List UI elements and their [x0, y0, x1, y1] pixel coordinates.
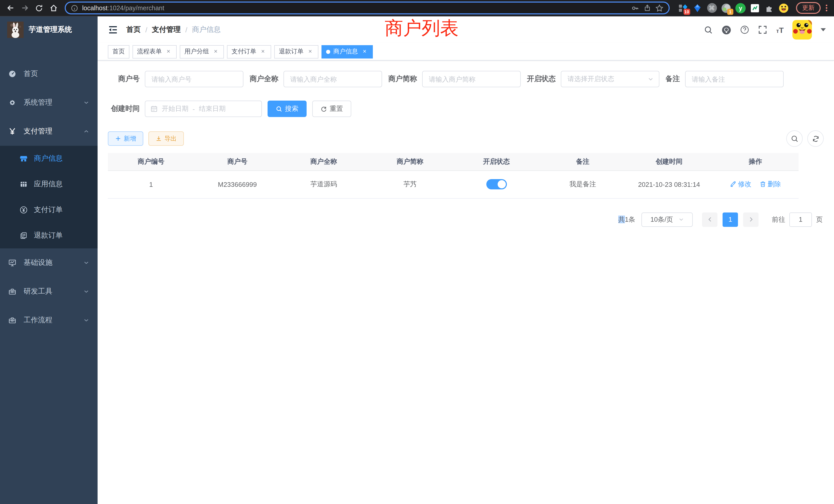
- col-short-name: 商户简称: [367, 153, 453, 170]
- grid-icon: [20, 180, 28, 188]
- address-bar[interactable]: localhost:1024/pay/merchant: [65, 2, 670, 14]
- prev-page-button[interactable]: [702, 212, 718, 227]
- tag-process-form[interactable]: 流程表单×: [132, 45, 177, 58]
- breadcrumb: 首页 / 支付管理 / 商户信息: [126, 25, 221, 35]
- tag-close-icon[interactable]: ×: [259, 48, 266, 55]
- remark-input[interactable]: [685, 71, 784, 87]
- tag-close-icon[interactable]: ×: [165, 48, 172, 55]
- breadcrumb-home[interactable]: 首页: [126, 25, 141, 35]
- font-size-icon[interactable]: тT: [776, 25, 784, 34]
- sidebar-item-merchant-info[interactable]: 商户信息: [0, 146, 97, 171]
- tag-refund-orders[interactable]: 退款订单×: [274, 45, 319, 58]
- logo-link[interactable]: 芋道管理系统: [0, 17, 97, 43]
- extension-command-icon[interactable]: ⌘: [707, 3, 717, 13]
- full-name-input[interactable]: [284, 71, 382, 87]
- command-glyph: ⌘: [707, 3, 717, 13]
- sidebar-item-label: 首页: [24, 69, 38, 78]
- tag-payment-orders[interactable]: 支付订单×: [227, 45, 271, 58]
- browser-home-button[interactable]: [47, 2, 60, 14]
- share-icon[interactable]: [643, 4, 651, 12]
- sidebar-item-app-info[interactable]: 应用信息: [0, 171, 97, 197]
- page-content: 商户号 商户全称 商户简称 开启状态 请选择开启状态 备注 创建时间: [97, 61, 834, 227]
- extension-grid-icon[interactable]: 10: [678, 3, 688, 13]
- browser-back-button[interactable]: [4, 2, 17, 14]
- add-button[interactable]: 新增: [108, 131, 143, 146]
- status-select[interactable]: 请选择开启状态: [561, 71, 659, 87]
- sidebar-item-label: 系统管理: [24, 98, 52, 107]
- trash-icon: [760, 181, 766, 188]
- status-toggle[interactable]: [486, 179, 507, 189]
- sidebar-item-workflow[interactable]: 工作流程: [0, 306, 97, 335]
- avatar-dropdown-caret-icon[interactable]: [821, 28, 826, 31]
- tag-user-group[interactable]: 用户分组×: [180, 45, 224, 58]
- toggle-search-button[interactable]: [786, 130, 803, 147]
- search-button[interactable]: 搜索: [267, 100, 307, 117]
- extension-doc-icon[interactable]: [750, 3, 760, 13]
- help-icon[interactable]: [740, 25, 749, 35]
- header-search-icon[interactable]: [704, 25, 713, 34]
- refresh-icon: [812, 135, 819, 142]
- merchant-no-label: 商户号: [108, 74, 140, 84]
- page-size-select[interactable]: 10条/页: [641, 212, 693, 227]
- browser-update-button[interactable]: 更新: [796, 2, 821, 14]
- extension-gem-icon[interactable]: [692, 3, 703, 13]
- short-name-input[interactable]: [422, 71, 521, 87]
- sidebar-item-infrastructure[interactable]: 基础设施: [0, 248, 97, 277]
- password-key-icon[interactable]: [631, 4, 639, 12]
- extension-puzzle-icon[interactable]: [764, 3, 774, 13]
- full-name-label: 商户全称: [249, 74, 278, 84]
- col-merchant-no: 商户号: [194, 153, 280, 170]
- pagination-total: 共1条: [618, 215, 635, 224]
- tag-close-icon[interactable]: ×: [307, 48, 314, 55]
- sidebar-item-refund-orders[interactable]: 退款订单: [0, 223, 97, 248]
- download-icon: [156, 136, 162, 142]
- sidebar-collapse-button[interactable]: [108, 25, 118, 35]
- monitor-icon: [8, 259, 17, 267]
- tag-merchant-info-active[interactable]: 商户信息×: [322, 45, 373, 58]
- fullscreen-icon[interactable]: [758, 25, 768, 35]
- extension-profile-icon[interactable]: 1: [721, 3, 731, 13]
- sidebar-item-dev-tools[interactable]: 研发工具: [0, 277, 97, 306]
- github-icon[interactable]: [722, 25, 731, 35]
- sidebar-item-system[interactable]: 系统管理: [0, 88, 97, 117]
- cell-full-name: 芋道源码: [281, 170, 367, 198]
- cell-merchant-no: M233666999: [194, 170, 280, 198]
- sidebar-item-payment-orders[interactable]: 支付订单: [0, 197, 97, 223]
- browser-forward-button[interactable]: [19, 2, 31, 14]
- browser-reload-button[interactable]: [33, 2, 45, 14]
- site-info-icon[interactable]: [71, 4, 78, 12]
- topbar-actions: тT: [704, 20, 826, 40]
- remark-label: 备注: [665, 74, 680, 84]
- url-path: :1024/pay/merchant: [108, 4, 164, 12]
- bookmark-star-icon[interactable]: [655, 4, 663, 12]
- edit-link[interactable]: 修改: [730, 180, 751, 189]
- browser-menu-button[interactable]: [823, 4, 830, 12]
- tag-close-icon[interactable]: ×: [212, 48, 219, 55]
- extension-y-icon[interactable]: y: [736, 3, 746, 13]
- cell-remark: 我是备注: [540, 170, 626, 198]
- refresh-icon: [321, 106, 327, 112]
- reset-button[interactable]: 重置: [312, 100, 351, 117]
- delete-link[interactable]: 删除: [760, 180, 781, 189]
- dashboard-icon: [8, 70, 17, 78]
- sidebar-item-payment[interactable]: 支付管理: [0, 117, 97, 146]
- col-status: 开启状态: [453, 153, 540, 170]
- browser-toolbar: localhost:1024/pay/merchant 10 ⌘ 1 y: [0, 0, 834, 17]
- export-button[interactable]: 导出: [148, 131, 184, 146]
- page-1-button[interactable]: 1: [723, 212, 738, 227]
- sidebar-item-home[interactable]: 首页: [0, 60, 97, 88]
- chevron-down-icon: [83, 260, 89, 266]
- refresh-table-button[interactable]: [807, 130, 824, 147]
- next-page-button[interactable]: [743, 212, 759, 227]
- create-time-range-picker[interactable]: 开始日期 - 结束日期: [145, 100, 262, 117]
- tag-close-icon[interactable]: ×: [361, 48, 368, 55]
- jump-page-input[interactable]: [789, 212, 812, 227]
- extension-emoji-icon[interactable]: [778, 3, 789, 13]
- gear-icon: [8, 98, 17, 107]
- date-start-placeholder: 开始日期: [162, 104, 189, 113]
- breadcrumb-payment[interactable]: 支付管理: [152, 25, 181, 35]
- merchant-no-input[interactable]: [145, 71, 243, 87]
- avatar[interactable]: [792, 20, 812, 40]
- tag-home[interactable]: 首页: [108, 45, 129, 58]
- url-host: localhost: [82, 4, 108, 12]
